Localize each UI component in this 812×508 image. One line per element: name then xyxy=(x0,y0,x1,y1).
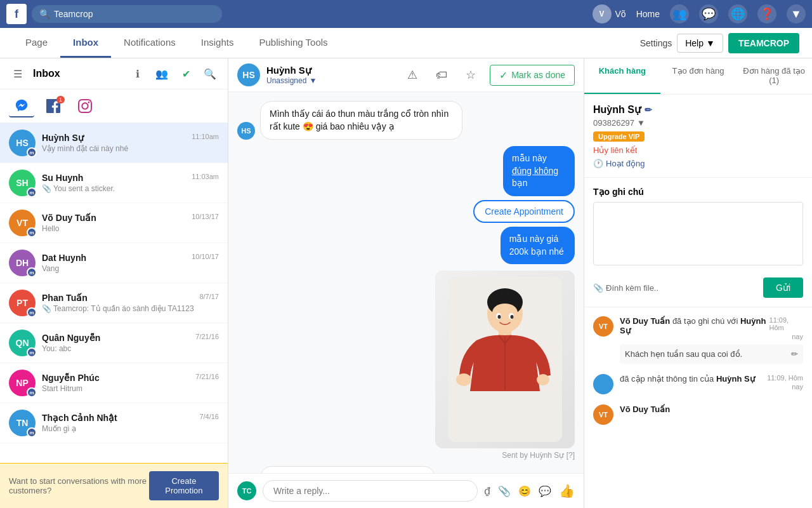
tab-create-order[interactable]: Tạo đơn hàng xyxy=(660,58,737,94)
log-avatar: VT xyxy=(593,316,613,337)
notes-textarea[interactable] xyxy=(593,202,803,265)
tab-customer[interactable]: Khách hàng xyxy=(584,58,660,94)
people-icon[interactable]: 👥 xyxy=(670,4,689,23)
avatar: SH m xyxy=(9,170,36,196)
conv-content: Dat Huynh 10/10/17 Vang xyxy=(42,253,219,273)
chat-avatar: HS xyxy=(237,64,260,86)
label-icon[interactable]: 🏷 xyxy=(431,65,452,85)
log-item: đã cập nhật thông tin của Huỳnh Sự 11:09… xyxy=(593,374,803,394)
conv-content: Võ Duy Tuấn 10/13/17 Hello xyxy=(42,213,219,233)
product-image xyxy=(435,271,575,448)
avatar: V xyxy=(593,4,612,23)
facebook-badge: 1 xyxy=(56,96,65,104)
thumbs-up-icon[interactable]: 👍 xyxy=(559,483,575,498)
right-panel-tabs: Khách hàng Tạo đơn hàng Đơn hàng đã tạo … xyxy=(584,58,812,95)
message-bubble: mẫu này giá 200k bạn nhé xyxy=(501,227,575,264)
conversation-list: HS m Huỳnh Sự 11:10am Vậy mình đặt cái n… xyxy=(0,123,228,463)
conversation-item[interactable]: NP m Nguyễn Phúc 7/21/16 Start Hitrum xyxy=(0,363,228,403)
edit-log-icon[interactable]: ✏ xyxy=(791,349,798,359)
tab-publishing-tools[interactable]: Publishing Tools xyxy=(246,28,340,58)
star-icon[interactable]: ☆ xyxy=(461,65,481,85)
message-row: HS Vậy mình đặt cái này nhé 😊 xyxy=(237,466,575,473)
conv-content: Huỳnh Sự 11:10am Vậy mình đặt cái này nh… xyxy=(42,133,219,153)
log-time-cont: nay xyxy=(792,383,803,391)
emoji-icon[interactable]: 😊 xyxy=(518,485,531,497)
status-icon[interactable]: ✔ xyxy=(177,65,195,83)
conv-preview: You: abc xyxy=(42,344,219,353)
platform-tabs: 1 xyxy=(0,90,228,123)
conversation-item[interactable]: DH m Dat Huynh 10/10/17 Vang xyxy=(0,243,228,283)
log-time: 11:09, Hôm xyxy=(769,316,803,331)
conv-name: Võ Duy Tuấn xyxy=(42,213,96,223)
platform-tab-instagram[interactable] xyxy=(72,95,98,117)
chevron-down-icon[interactable]: ▼ xyxy=(309,76,317,85)
search-conv-icon[interactable]: 🔍 xyxy=(201,65,219,83)
search-input[interactable] xyxy=(54,9,214,19)
conv-time: 8/7/17 xyxy=(199,293,219,303)
conv-content: Nguyễn Phúc 7/21/16 Start Hitrum xyxy=(42,373,219,393)
sidebar-title: Inbox xyxy=(33,68,122,79)
image-caption: Sent by Huỳnh Sự [?] xyxy=(502,451,575,460)
create-promotion-button[interactable]: Create Promotion xyxy=(149,471,219,500)
dropdown-icon[interactable]: ▼ xyxy=(637,118,645,128)
conv-name: Quân Nguyễn xyxy=(42,333,100,343)
tab-insights[interactable]: Insights xyxy=(188,28,247,58)
speech-icon[interactable]: 💬 xyxy=(539,485,551,497)
log-text: Võ Duy Tuấn xyxy=(620,404,803,414)
platform-tab-messenger[interactable] xyxy=(9,95,34,117)
mark-done-button[interactable]: ✓ Mark as done xyxy=(490,65,575,86)
tab-notifications[interactable]: Notifications xyxy=(111,28,188,58)
tab-page[interactable]: Page xyxy=(13,28,60,58)
tab-inbox[interactable]: Inbox xyxy=(60,28,111,58)
edit-icon[interactable]: ✏ xyxy=(645,105,652,115)
log-content: đã cập nhật thông tin của Huỳnh Sự 11:09… xyxy=(620,374,803,394)
log-content: Võ Duy Tuấn xyxy=(620,404,803,425)
message-row: Sent by Huỳnh Sự [?] xyxy=(237,271,575,460)
main-layout: ☰ Inbox ℹ 👥 ✔ 🔍 1 HS m xyxy=(0,58,812,508)
user-profile[interactable]: V Võ xyxy=(593,4,626,23)
attach-file-link[interactable]: 📎 Đính kèm file.. xyxy=(593,283,658,293)
conversation-item[interactable]: SH m Su Huynh 11:03am 📎 You sent a stick… xyxy=(0,163,228,203)
menu-icon[interactable]: ☰ xyxy=(9,65,27,83)
activity-link[interactable]: 🕐 Hoạt động xyxy=(593,159,803,168)
cancel-link[interactable]: Hủy liên kết xyxy=(593,145,803,155)
settings-link[interactable]: Settings xyxy=(640,38,672,48)
conversation-item[interactable]: HS m Huỳnh Sự 11:10am Vậy mình đặt cái n… xyxy=(0,123,228,163)
conversation-item[interactable]: TN m Thạch Cảnh Nhật 7/4/16 Muốn gì ạ xyxy=(0,403,228,443)
reply-input[interactable] xyxy=(263,480,478,502)
home-link[interactable]: Home xyxy=(636,9,660,19)
send-note-button[interactable]: Gửi xyxy=(763,277,803,298)
alert-icon[interactable]: ⚠ xyxy=(402,65,422,85)
search-bar[interactable]: 🔍 xyxy=(32,5,222,23)
chat-header: HS Huỳnh Sự Unassigned ▼ ⚠ 🏷 ☆ ✓ Mark as… xyxy=(228,58,584,92)
conv-name: Phan Tuấn xyxy=(42,293,88,303)
currency-icon[interactable]: ₫ xyxy=(484,485,490,497)
messenger-icon[interactable]: 💬 xyxy=(699,4,718,23)
help-button[interactable]: Help ▼ xyxy=(677,34,723,53)
attach-icon[interactable]: 📎 xyxy=(498,485,511,497)
upgrade-vip-badge[interactable]: Upgrade VIP xyxy=(593,128,803,142)
info-icon[interactable]: ℹ xyxy=(129,65,147,83)
reply-actions: ₫ 📎 😊 💬 👍 xyxy=(484,483,575,498)
conversation-item[interactable]: PT m Phan Tuấn 8/7/17 📎 Teamcrop: Tủ quầ… xyxy=(0,283,228,323)
log-note: ✏ Khách hẹn tuần sau qua coi đồ. xyxy=(620,344,803,364)
create-appointment-button[interactable]: Create Appointment xyxy=(473,200,575,223)
conversation-item[interactable]: QN m Quân Nguyễn 7/21/16 You: abc xyxy=(0,323,228,363)
conv-content: Thạch Cảnh Nhật 7/4/16 Muốn gì ạ xyxy=(42,413,219,433)
messenger-indicator: m xyxy=(27,387,37,398)
conv-name: Thạch Cảnh Nhật xyxy=(42,413,117,423)
teamcrop-button[interactable]: TEAMCROP xyxy=(728,33,799,53)
help-icon[interactable]: ❓ xyxy=(757,4,776,23)
team-icon[interactable]: 👥 xyxy=(153,65,171,83)
message-row: Create Appointment xyxy=(473,200,575,223)
avatar: NP m xyxy=(9,370,36,396)
navbar: Page Inbox Notifications Insights Publis… xyxy=(0,28,812,58)
conversation-item[interactable]: VT m Võ Duy Tuấn 10/13/17 Hello xyxy=(0,203,228,243)
platform-tab-facebook[interactable]: 1 xyxy=(41,95,66,117)
conv-name: Dat Huynh xyxy=(42,253,86,263)
tab-orders-created[interactable]: Đơn hàng đã tạo (1) xyxy=(736,58,812,94)
globe-icon[interactable]: 🌐 xyxy=(728,4,747,23)
nav-right: Settings Help ▼ TEAMCROP xyxy=(640,33,799,53)
dropdown-icon[interactable]: ▼ xyxy=(787,4,806,23)
check-icon: ✓ xyxy=(499,69,508,81)
